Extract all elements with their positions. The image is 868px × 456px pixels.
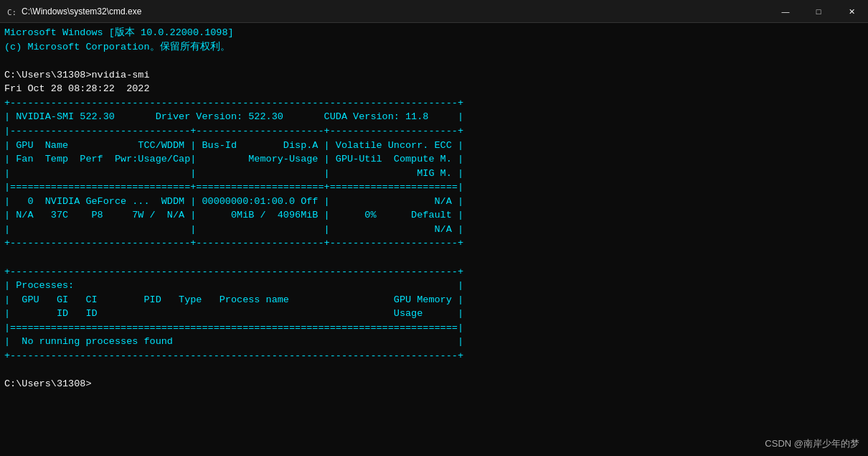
titlebar: C:\ C:\Windows\system32\cmd.exe — □ ✕ [0,0,868,23]
minimize-button[interactable]: — [769,0,802,23]
terminal-border-top2: +---------------------------------------… [4,265,864,279]
terminal-proc-header: | Processes: | [4,279,864,293]
window-title: C:\Windows\system32\cmd.exe [22,6,862,17]
svg-text:C:\: C:\ [7,8,17,17]
terminal-proc-eq: |=======================================… [4,321,864,335]
terminal-line-2: (c) Microsoft Corporation。保留所有权利。 [4,40,864,55]
terminal-gpu-row1: | 0 NVIDIA GeForce ... WDDM | 00000000:0… [4,195,864,209]
terminal-proc-none: | No running processes found | [4,335,864,349]
terminal-proc-cols: | GPU GI CI PID Type Process name GPU Me… [4,293,864,307]
terminal-blank-1 [4,54,864,68]
terminal-col-header3: | | | MIG M. | [4,167,864,181]
terminal-datetime: Fri Oct 28 08:28:22 2022 [4,82,864,96]
terminal-border-top: +---------------------------------------… [4,96,864,111]
terminal-blank-3 [4,363,864,378]
terminal-border-bot: +-------------------------------+-------… [4,236,864,251]
terminal-area[interactable]: Microsoft Windows [版本 10.0.22000.1098] (… [0,23,868,456]
terminal-blank-2 [4,251,864,265]
terminal-border-sep: |-------------------------------+-------… [4,124,864,139]
terminal-col-header2: | Fan Temp Perf Pwr:Usage/Cap| Memory-Us… [4,152,864,167]
terminal-gpu-row3: | | | N/A | [4,223,864,237]
terminal-command: C:\Users\31308>nvidia-smi [4,68,864,83]
terminal-gpu-row2: | N/A 37C P8 7W / N/A | 0MiB / 4096MiB |… [4,208,864,223]
terminal-border-eq: |===============================+=======… [4,180,864,195]
terminal-prompt: C:\Users\31308> [4,377,864,391]
close-button[interactable]: ✕ [835,0,868,23]
terminal-border-bot2: +---------------------------------------… [4,349,864,363]
terminal-col-header1: | GPU Name TCC/WDDM | Bus-Id Disp.A | Vo… [4,139,864,153]
terminal-nvidia-info: | NVIDIA-SMI 522.30 Driver Version: 522.… [4,110,864,124]
maximize-button[interactable]: □ [802,0,835,23]
window-controls: — □ ✕ [769,0,868,23]
watermark: CSDN @南岸少年的梦 [765,437,859,450]
terminal-proc-cols2: | ID ID Usage | [4,307,864,321]
terminal-line-1: Microsoft Windows [版本 10.0.22000.1098] [4,26,864,40]
app-icon: C:\ [6,6,17,17]
